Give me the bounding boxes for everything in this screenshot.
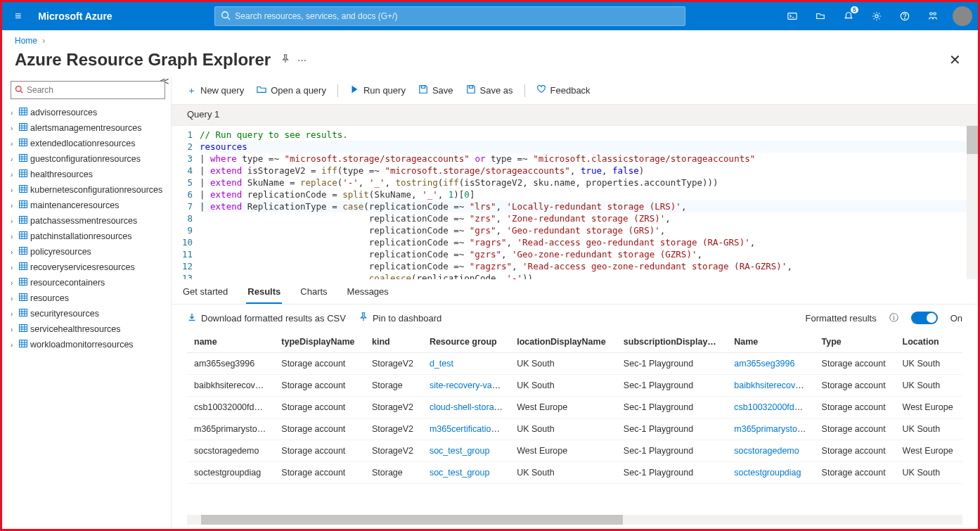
pin-dashboard-button[interactable]: Pin to dashboard	[359, 312, 441, 324]
horizontal-scrollbar[interactable]	[187, 515, 962, 525]
resource-link[interactable]: am365seg3996	[734, 359, 794, 369]
sidebar-item-servicehealthresources[interactable]: ›servicehealthresources	[11, 321, 165, 337]
code-line[interactable]: | extend SkuName = replace('-', '_', tos…	[200, 177, 978, 188]
code-line[interactable]: | extend isStorageV2 = iff(type =~ "micr…	[200, 165, 978, 177]
column-header[interactable]: locationDisplayName	[510, 331, 617, 353]
code-line[interactable]: | extend replicationCode = split(SkuName…	[200, 188, 978, 200]
code-line[interactable]: replicationCode =~ "zrs", 'Zone-redundan…	[200, 212, 978, 224]
info-icon[interactable]: ⓘ	[889, 312, 898, 324]
code-line[interactable]: | extend ReplicationType = case(replicat…	[200, 200, 978, 212]
sidebar-item-patchassessmentresources[interactable]: ›patchassessmentresources	[11, 213, 165, 229]
table-icon	[19, 262, 27, 272]
tab-messages[interactable]: Messages	[346, 281, 390, 304]
resource-link[interactable]: soctestgroupdiag	[734, 468, 801, 478]
brand-label[interactable]: Microsoft Azure	[28, 11, 122, 22]
sidebar-item-securityresources[interactable]: ›securityresources	[11, 306, 165, 321]
column-header[interactable]: name	[187, 331, 274, 353]
table-row[interactable]: m365primarystorage Storage account Stora…	[187, 418, 962, 440]
table-icon	[19, 309, 27, 319]
resource-group-link[interactable]: d_test	[430, 359, 453, 369]
save-as-button[interactable]: Save as	[460, 82, 519, 99]
sidebar-item-maintenanceresources[interactable]: ›maintenanceresources	[11, 198, 165, 213]
column-header[interactable]: kind	[365, 331, 423, 353]
sidebar-item-resourcecontainers[interactable]: ›resourcecontainers	[11, 275, 165, 290]
svg-rect-25	[20, 155, 27, 162]
sidebar-item-workloadmonitorresources[interactable]: ›workloadmonitorresources	[11, 337, 165, 352]
table-row[interactable]: csb10032000fd40f2aa Storage account Stor…	[187, 397, 962, 418]
sidebar-item-alertsmanagementresources[interactable]: ›alertsmanagementresources	[11, 120, 165, 136]
table-icon	[19, 324, 27, 334]
svg-rect-70	[20, 294, 27, 301]
code-editor[interactable]: 12345678910111213 // Run query to see re…	[172, 126, 978, 279]
sidebar-item-resources[interactable]: ›resources	[11, 290, 165, 306]
search-input[interactable]	[235, 11, 679, 21]
sidebar-item-extendedlocationresources[interactable]: ›extendedlocationresources	[11, 136, 165, 151]
breadcrumb-home[interactable]: Home	[15, 36, 37, 46]
column-header[interactable]: Type	[815, 331, 896, 353]
code-line[interactable]: replicationCode =~ "grs", 'Geo-redundant…	[200, 224, 978, 236]
editor-scrollbar[interactable]	[967, 126, 978, 279]
feedback-top-icon[interactable]	[919, 2, 947, 30]
sidebar-item-guestconfigurationresources[interactable]: ›guestconfigurationresources	[11, 151, 165, 167]
run-query-button[interactable]: Run query	[344, 82, 411, 99]
notifications-icon[interactable]: 5	[834, 2, 863, 30]
code-line[interactable]: replicationCode =~ "ragrs", 'Read-access…	[200, 236, 978, 248]
chevron-right-icon: ›	[11, 279, 19, 287]
resource-link[interactable]: socstoragedemo	[734, 446, 799, 456]
column-header[interactable]: subscriptionDisplay…	[617, 331, 727, 353]
resource-group-link[interactable]: m365certification_test	[430, 424, 510, 434]
sidebar-item-kubernetesconfigurationresources[interactable]: ›kubernetesconfigurationresources	[11, 182, 165, 198]
sidebar-search-input[interactable]	[11, 81, 165, 99]
code-line[interactable]: replicationCode =~ "gzrs", 'Geo-zone-red…	[200, 248, 978, 260]
settings-icon[interactable]	[863, 2, 891, 30]
code-line[interactable]: coalesce(replicationCode, '-'))	[200, 272, 978, 279]
close-icon[interactable]: ✕	[949, 51, 961, 68]
resource-link[interactable]: baibkhsiterecovasrcac…	[734, 380, 814, 390]
table-row[interactable]: soctestgroupdiag Storage account Storage…	[187, 462, 962, 484]
global-search[interactable]	[214, 6, 685, 26]
open-query-button[interactable]: Open a query	[251, 82, 332, 99]
help-icon[interactable]	[891, 2, 919, 30]
sidebar-item-healthresources[interactable]: ›healthresources	[11, 167, 165, 182]
code-line[interactable]: | where type =~ "microsoft.storage/stora…	[200, 153, 978, 165]
sidebar-item-recoveryservicesresources[interactable]: ›recoveryservicesresources	[11, 260, 165, 275]
sidebar-item-policyresources[interactable]: ›policyresources	[11, 244, 165, 260]
table-row[interactable]: baibkhsiterecovasrcache Storage account …	[187, 375, 962, 397]
more-icon[interactable]: ⋯	[297, 55, 307, 65]
column-header[interactable]: typeDisplayName	[274, 331, 365, 353]
column-header[interactable]: Resource group	[423, 331, 510, 353]
tab-charts[interactable]: Charts	[299, 281, 328, 304]
resource-group-link[interactable]: cloud-shell-storage-w…	[430, 402, 510, 412]
cloud-shell-icon[interactable]	[778, 2, 806, 30]
resource-group-link[interactable]: site-recovery-vault-uk-…	[430, 380, 510, 390]
code-line[interactable]: // Run query to see results.	[200, 129, 978, 141]
sidebar-item-patchinstallationresources[interactable]: ›patchinstallationresources	[11, 229, 165, 244]
resource-group-link[interactable]: soc_test_group	[430, 468, 489, 478]
resource-group-link[interactable]: soc_test_group	[430, 446, 489, 456]
tab-get-started[interactable]: Get started	[181, 281, 229, 304]
formatted-toggle[interactable]	[911, 312, 938, 324]
sidebar-item-label: maintenanceresources	[30, 200, 119, 210]
code-line[interactable]: resources	[200, 141, 978, 153]
resource-link[interactable]: m365primarystorage	[734, 424, 814, 434]
hamburger-icon[interactable]: ≡	[8, 10, 28, 23]
table-icon	[19, 278, 27, 288]
feedback-button[interactable]: Feedback	[531, 82, 596, 99]
sidebar-item-label: workloadmonitorresources	[30, 340, 134, 350]
resource-link[interactable]: csb10032000fd40f2aa	[734, 402, 814, 412]
table-row[interactable]: socstoragedemo Storage account StorageV2…	[187, 440, 962, 462]
column-header[interactable]: Location	[896, 331, 962, 353]
column-header[interactable]: Name	[727, 331, 814, 353]
pin-icon[interactable]	[281, 54, 290, 66]
sidebar-item-advisorresources[interactable]: ›advisorresources	[11, 105, 165, 120]
download-csv-button[interactable]: Download formatted results as CSV	[187, 312, 346, 324]
tab-results[interactable]: Results	[246, 281, 282, 304]
directories-icon[interactable]	[806, 2, 834, 30]
avatar[interactable]	[953, 6, 972, 26]
new-query-button[interactable]: ＋New query	[181, 82, 250, 100]
pin-icon	[359, 312, 368, 324]
query-tab[interactable]: Query 1	[181, 109, 225, 120]
code-line[interactable]: replicationCode =~ "ragzrs", 'Read-acces…	[200, 260, 978, 272]
table-row[interactable]: am365seg3996 Storage account StorageV2 d…	[187, 353, 962, 375]
save-button[interactable]: Save	[413, 82, 459, 99]
